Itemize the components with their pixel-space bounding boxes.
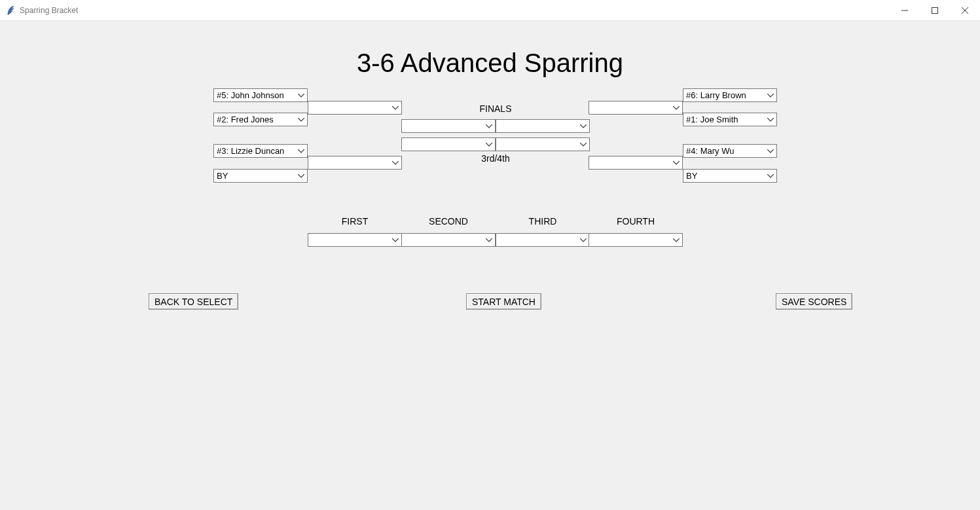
chevron-down-icon <box>392 106 399 110</box>
window-close-button[interactable] <box>950 0 980 20</box>
chevron-down-icon <box>486 238 492 242</box>
window-maximize-button[interactable] <box>920 0 950 20</box>
third-fourth-left[interactable] <box>401 137 496 151</box>
start-match-button[interactable]: START MATCH <box>466 293 541 310</box>
chevron-down-icon <box>298 174 304 178</box>
chevron-down-icon <box>486 143 492 147</box>
page-title: 3-6 Advanced Sparring <box>0 48 980 78</box>
third-fourth-label: 3rd/4th <box>401 153 590 164</box>
third-fourth-right[interactable] <box>496 137 590 151</box>
third-label: THIRD <box>496 216 590 227</box>
first-place-select[interactable] <box>308 233 402 247</box>
combo-value: #4: Mary Wu <box>686 146 734 156</box>
chevron-down-icon <box>580 124 587 128</box>
right-r1-slot-2[interactable]: #1: Joe Smith <box>683 113 777 126</box>
combo-value: #3: Lizzie Duncan <box>217 146 284 156</box>
finals-right[interactable] <box>496 119 590 133</box>
right-r1-slot-4[interactable]: BY <box>683 169 777 183</box>
finals-left[interactable] <box>401 119 496 133</box>
chevron-down-icon <box>767 174 774 178</box>
save-scores-button[interactable]: SAVE SCORES <box>776 293 852 310</box>
combo-value: #5: John Johnson <box>217 90 284 100</box>
chevron-down-icon <box>298 94 304 98</box>
right-r1-slot-3[interactable]: #4: Mary Wu <box>683 144 777 158</box>
combo-value: BY <box>217 171 228 181</box>
left-r1-slot-3[interactable]: #3: Lizzie Duncan <box>213 144 308 158</box>
chevron-down-icon <box>673 161 680 165</box>
left-r2-slot-2[interactable] <box>308 156 402 170</box>
right-r2-slot-2[interactable] <box>589 156 683 170</box>
second-label: SECOND <box>401 216 496 227</box>
combo-value: #1: Joe Smith <box>686 115 738 124</box>
chevron-down-icon <box>392 161 399 165</box>
third-place-select[interactable] <box>496 233 590 247</box>
chevron-down-icon <box>580 143 587 147</box>
combo-value: #2: Fred Jones <box>217 115 274 124</box>
chevron-down-icon <box>767 149 774 153</box>
fourth-label: FOURTH <box>589 216 683 227</box>
app-feather-icon <box>5 5 16 16</box>
chevron-down-icon <box>767 118 774 122</box>
finals-label: FINALS <box>401 103 590 114</box>
window-titlebar: Sparring Bracket <box>0 0 980 21</box>
chevron-down-icon <box>673 238 680 242</box>
chevron-down-icon <box>298 149 304 153</box>
right-r2-slot-1[interactable] <box>589 101 683 115</box>
first-label: FIRST <box>308 216 402 227</box>
chevron-down-icon <box>767 94 774 98</box>
window-minimize-button[interactable] <box>890 0 920 20</box>
client-area: 3-6 Advanced Sparring #5: John Johnson #… <box>0 21 980 510</box>
right-r1-slot-1[interactable]: #6: Larry Brown <box>683 88 777 102</box>
combo-value: #6: Larry Brown <box>686 90 746 100</box>
left-r1-slot-4[interactable]: BY <box>213 169 308 183</box>
window-title: Sparring Bracket <box>20 6 78 15</box>
chevron-down-icon <box>580 238 587 242</box>
back-to-select-button[interactable]: BACK TO SELECT <box>149 293 238 310</box>
chevron-down-icon <box>392 238 399 242</box>
fourth-place-select[interactable] <box>589 233 683 247</box>
left-r1-slot-2[interactable]: #2: Fred Jones <box>213 113 308 126</box>
svg-rect-0 <box>932 7 938 13</box>
left-r2-slot-1[interactable] <box>308 101 402 115</box>
left-r1-slot-1[interactable]: #5: John Johnson <box>213 88 308 102</box>
second-place-select[interactable] <box>401 233 496 247</box>
chevron-down-icon <box>298 118 304 122</box>
combo-value: BY <box>686 171 697 181</box>
chevron-down-icon <box>673 106 680 110</box>
chevron-down-icon <box>486 124 492 128</box>
